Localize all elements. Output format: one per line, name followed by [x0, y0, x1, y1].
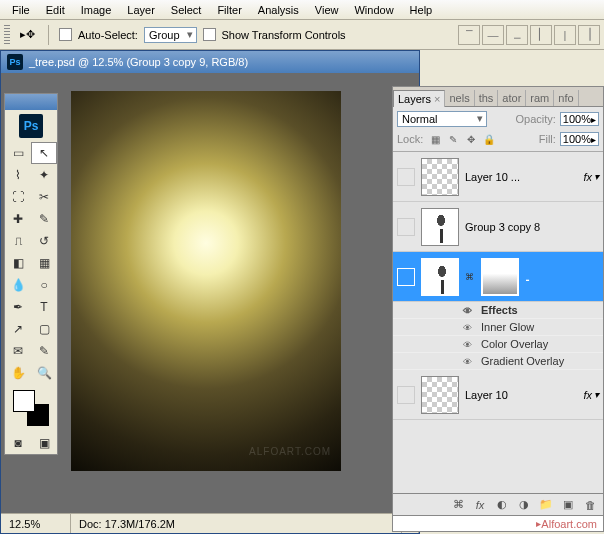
tab-histogram[interactable]: ram — [526, 90, 554, 106]
move-tool-icon[interactable]: ▸✥ — [16, 24, 38, 46]
foreground-color[interactable] — [13, 390, 35, 412]
effect-item[interactable]: Color Overlay — [393, 336, 603, 353]
brush-tool[interactable]: ✎ — [31, 208, 57, 230]
trash-icon[interactable]: 🗑 — [581, 497, 599, 513]
mask-icon[interactable]: ◐ — [493, 497, 511, 513]
folder-icon[interactable]: 📁 — [537, 497, 555, 513]
toolbox-titlebar[interactable] — [5, 94, 57, 110]
path-tool[interactable]: ↗ — [5, 318, 31, 340]
layer-thumbnail[interactable] — [421, 258, 459, 296]
align-vcenter-icon[interactable]: — — [482, 25, 504, 45]
visibility-toggle[interactable] — [397, 218, 415, 236]
menu-view[interactable]: View — [307, 1, 347, 19]
canvas[interactable]: ALFOART.COM — [71, 91, 341, 471]
lock-position-icon[interactable]: ✥ — [463, 131, 479, 147]
zoom-tool[interactable]: 🔍 — [31, 362, 57, 384]
eye-icon[interactable] — [463, 304, 475, 316]
type-tool[interactable]: T — [31, 296, 57, 318]
effect-item[interactable]: Gradient Overlay — [393, 353, 603, 370]
show-transform-checkbox[interactable] — [203, 28, 216, 41]
blend-mode-dropdown[interactable]: Normal — [397, 111, 487, 127]
lock-all-icon[interactable]: 🔒 — [481, 131, 497, 147]
effects-header[interactable]: Effects — [393, 302, 603, 319]
lasso-tool[interactable]: ⌇ — [5, 164, 31, 186]
layer-row[interactable]: Layer 10 ... fx ▾ — [393, 152, 603, 202]
layer-thumbnail[interactable] — [421, 376, 459, 414]
pen-tool[interactable]: ✒ — [5, 296, 31, 318]
lock-transparency-icon[interactable]: ▦ — [427, 131, 443, 147]
opacity-input[interactable]: 100% ▸ — [560, 112, 599, 126]
visibility-toggle[interactable] — [397, 168, 415, 186]
shape-tool[interactable]: ▢ — [31, 318, 57, 340]
eraser-tool[interactable]: ◧ — [5, 252, 31, 274]
menu-edit[interactable]: Edit — [38, 1, 73, 19]
marquee-tool[interactable]: ▭ — [5, 142, 31, 164]
layer-name[interactable]: ... — [525, 271, 599, 283]
align-left-icon[interactable]: ⎢ — [530, 25, 552, 45]
tab-navigator[interactable]: ator — [498, 90, 526, 106]
fx-badge[interactable]: fx ▾ — [583, 171, 599, 183]
menu-layer[interactable]: Layer — [119, 1, 163, 19]
menu-image[interactable]: Image — [73, 1, 120, 19]
hand-tool[interactable]: ✋ — [5, 362, 31, 384]
align-bottom-icon[interactable]: ⎽ — [506, 25, 528, 45]
gradient-tool[interactable]: ▦ — [31, 252, 57, 274]
wand-tool[interactable]: ✦ — [31, 164, 57, 186]
move-tool[interactable]: ↖ — [31, 142, 57, 164]
visibility-toggle[interactable] — [397, 386, 415, 404]
effect-item[interactable]: Inner Glow — [393, 319, 603, 336]
blur-tool[interactable]: 💧 — [5, 274, 31, 296]
eyedropper-tool[interactable]: ✎ — [31, 340, 57, 362]
align-top-icon[interactable]: ⎺ — [458, 25, 480, 45]
eye-icon[interactable] — [463, 321, 475, 333]
link-icon[interactable]: ⌘ — [465, 272, 475, 282]
auto-select-dropdown[interactable]: Group — [144, 27, 197, 43]
menu-analysis[interactable]: Analysis — [250, 1, 307, 19]
layer-row-selected[interactable]: ⌘ ... — [393, 252, 603, 302]
tab-info[interactable]: nfo — [554, 90, 578, 106]
doc-info[interactable]: Doc: 17.3M/176.2M — [71, 514, 402, 533]
visibility-toggle[interactable] — [397, 268, 415, 286]
menu-select[interactable]: Select — [163, 1, 210, 19]
new-layer-icon[interactable]: ▣ — [559, 497, 577, 513]
menu-window[interactable]: Window — [346, 1, 401, 19]
document-titlebar[interactable]: Ps _tree.psd @ 12.5% (Group 3 copy 9, RG… — [1, 51, 419, 73]
layer-name[interactable]: Layer 10 — [465, 389, 577, 401]
slice-tool[interactable]: ✂ — [31, 186, 57, 208]
layer-thumbnail[interactable] — [421, 208, 459, 246]
fx-badge[interactable]: fx ▾ — [583, 389, 599, 401]
stamp-tool[interactable]: ⎍ — [5, 230, 31, 252]
mask-thumbnail[interactable] — [481, 258, 519, 296]
menu-file[interactable]: File — [4, 1, 38, 19]
link-layers-icon[interactable]: ⌘ — [449, 497, 467, 513]
options-bar: ▸✥ Auto-Select: Group Show Transform Con… — [0, 20, 604, 50]
notes-tool[interactable]: ✉ — [5, 340, 31, 362]
menu-help[interactable]: Help — [402, 1, 441, 19]
layer-thumbnail[interactable] — [421, 158, 459, 196]
quickmask-toggle[interactable]: ◙ — [5, 432, 31, 454]
eye-icon[interactable] — [463, 355, 475, 367]
history-brush-tool[interactable]: ↺ — [31, 230, 57, 252]
color-swatches[interactable] — [13, 390, 49, 426]
lock-pixels-icon[interactable]: ✎ — [445, 131, 461, 147]
align-right-icon[interactable]: ⎥ — [578, 25, 600, 45]
align-hcenter-icon[interactable]: | — [554, 25, 576, 45]
zoom-level[interactable]: 12.5% — [1, 514, 71, 533]
layer-row[interactable]: Layer 10 fx ▾ — [393, 370, 603, 420]
auto-select-checkbox[interactable] — [59, 28, 72, 41]
tab-layers[interactable]: Layers× — [393, 90, 445, 107]
fx-icon[interactable]: fx — [471, 497, 489, 513]
heal-tool[interactable]: ✚ — [5, 208, 31, 230]
layer-row[interactable]: Group 3 copy 8 — [393, 202, 603, 252]
screenmode-toggle[interactable]: ▣ — [31, 432, 57, 454]
dodge-tool[interactable]: ○ — [31, 274, 57, 296]
tab-channels[interactable]: nels — [445, 90, 474, 106]
eye-icon[interactable] — [463, 338, 475, 350]
layer-name[interactable]: Group 3 copy 8 — [465, 221, 599, 233]
layer-name[interactable]: Layer 10 ... — [465, 171, 577, 183]
fill-input[interactable]: 100% ▸ — [560, 132, 599, 146]
adjustment-icon[interactable]: ◑ — [515, 497, 533, 513]
crop-tool[interactable]: ⛶ — [5, 186, 31, 208]
tab-paths[interactable]: ths — [475, 90, 499, 106]
menu-filter[interactable]: Filter — [209, 1, 249, 19]
